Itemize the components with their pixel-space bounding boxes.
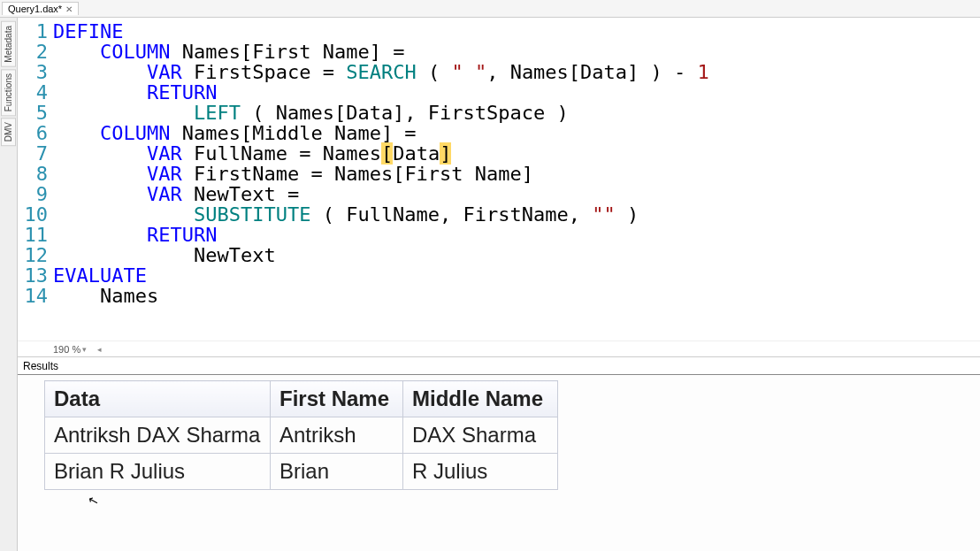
results-table: Data First Name Middle Name Antriksh DAX…: [44, 380, 558, 490]
zoom-level[interactable]: 190 %: [53, 344, 80, 355]
cell-middle: DAX Sharma: [403, 417, 558, 454]
results-panel: Data First Name Middle Name Antriksh DAX…: [18, 374, 980, 551]
table-header-row: Data First Name Middle Name: [45, 381, 558, 417]
side-tab-metadata[interactable]: Metadata: [1, 21, 16, 67]
cell-first: Antriksh: [271, 417, 403, 454]
cell-data: Brian R Julius: [45, 454, 271, 490]
cell-middle: R Julius: [403, 454, 558, 490]
table-row[interactable]: Brian R Julius Brian R Julius: [45, 454, 558, 490]
table-row[interactable]: Antriksh DAX Sharma Antriksh DAX Sharma: [45, 417, 558, 454]
col-middle-name[interactable]: Middle Name: [403, 381, 558, 417]
results-tab[interactable]: Results: [18, 356, 980, 374]
file-tab[interactable]: Query1.dax* ✕: [2, 2, 79, 15]
side-tab-dmv[interactable]: DMV: [1, 118, 16, 146]
zoom-dropdown-icon[interactable]: ▾: [82, 345, 87, 354]
file-tab-label: Query1.dax*: [8, 4, 62, 14]
side-tab-functions[interactable]: Functions: [1, 69, 16, 116]
content-column: 1 2 3 4 5 6 7 8 9 10 11 12 13 14 DEFINE …: [18, 18, 980, 551]
results-label: Results: [23, 360, 58, 372]
cell-data: Antriksh DAX Sharma: [45, 417, 271, 454]
code-area[interactable]: DEFINE COLUMN Names[First Name] = VAR Fi…: [53, 18, 980, 341]
main-split: Metadata Functions DMV 1 2 3 4 5 6 7 8 9…: [0, 18, 980, 551]
tab-bar: Query1.dax* ✕: [0, 0, 980, 18]
cell-first: Brian: [271, 454, 403, 490]
line-gutter: 1 2 3 4 5 6 7 8 9 10 11 12 13 14: [18, 18, 53, 341]
scroll-left-icon[interactable]: ◂: [97, 345, 102, 354]
col-data[interactable]: Data: [45, 381, 271, 417]
col-first-name[interactable]: First Name: [271, 381, 403, 417]
side-panel-tabs: Metadata Functions DMV: [0, 18, 18, 551]
code-editor[interactable]: 1 2 3 4 5 6 7 8 9 10 11 12 13 14 DEFINE …: [18, 18, 980, 341]
zoom-bar: 190 % ▾ ◂: [18, 341, 980, 356]
close-icon[interactable]: ✕: [65, 4, 73, 14]
